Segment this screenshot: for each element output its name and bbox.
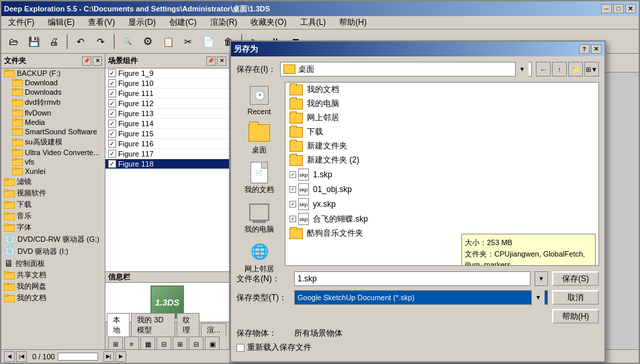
scene-item-9[interactable]: Figure 118 <box>105 159 229 169</box>
toolbar-btn-3[interactable]: 🖨 <box>44 32 63 51</box>
nav-next-button[interactable]: ▶| <box>103 351 114 362</box>
file-item-download[interactable]: 下载 <box>285 125 598 139</box>
filetype-combo-arrow[interactable]: ▼ <box>531 290 545 305</box>
tab-texture[interactable]: 纹理 <box>177 313 199 336</box>
toolbar-btn-2[interactable]: 💾 <box>24 32 43 51</box>
dialog-back-button[interactable]: ← <box>536 62 551 77</box>
toolbar-btn-9[interactable]: ✂ <box>179 32 197 51</box>
scene-item-2[interactable]: Figure 111 <box>105 89 229 99</box>
sidebar-close-button[interactable]: ✕ <box>93 56 102 66</box>
dialog-sidebar-desktop[interactable]: 桌面 <box>239 120 279 158</box>
close-button[interactable]: ✕ <box>625 4 636 13</box>
filetype-select[interactable]: Google SketchUp Document (*.skp) ▼ <box>294 290 548 305</box>
file-item-1skp[interactable]: skp 1.skp <box>285 167 598 182</box>
file-check-3[interactable] <box>289 201 296 208</box>
sidebar-item-xunlei[interactable]: Xunlei <box>1 167 105 176</box>
location-combo-arrow[interactable]: ▼ <box>515 62 529 77</box>
file-item-network[interactable]: 网上邻居 <box>285 111 598 125</box>
sidebar-item-filter[interactable]: 滤镜 <box>1 176 105 187</box>
menu-tools[interactable]: 工具(L) <box>296 15 330 30</box>
maximize-button[interactable]: □ <box>613 4 624 13</box>
sidebar-item-backup[interactable]: BACKUP (F:) <box>1 69 105 78</box>
file-item-newfolder2[interactable]: 新建文件夹 (2) 大小：253 MB 文件夹：CPUjiangwen, Glo… <box>285 153 598 167</box>
menu-view[interactable]: 查看(V) <box>84 15 119 30</box>
toolbar-btn-6[interactable]: 🔍 <box>118 32 137 51</box>
sidebar-item-ultra[interactable]: Ultra Video Converte... <box>1 148 105 157</box>
scene-item-5[interactable]: Figure 114 <box>105 119 229 129</box>
nav-first-button[interactable]: |◀ <box>16 351 27 362</box>
sidebar-item-netdisk[interactable]: 我的网盘 <box>1 281 105 292</box>
save-button[interactable]: 保存(S) <box>552 271 599 286</box>
tab-local[interactable]: 本地 <box>107 313 130 336</box>
sidebar-item-dvd-drive2[interactable]: 💿 DVD 驱动器 (I:) <box>1 245 105 257</box>
reload-label[interactable]: 重新载入保存文件 <box>236 342 312 353</box>
file-check-4[interactable] <box>289 216 296 222</box>
file-check-2[interactable] <box>289 186 296 193</box>
reload-checkbox[interactable] <box>236 344 244 352</box>
sidebar-item-downloads[interactable]: Downloads <box>1 87 105 97</box>
scene-checkbox-4[interactable] <box>108 109 116 118</box>
scene-item-1[interactable]: Figure 110 <box>105 79 229 89</box>
minimize-button[interactable]: ─ <box>601 4 612 13</box>
scene-item-0[interactable]: Figure 1_9 <box>105 69 229 79</box>
scene-item-7[interactable]: Figure 116 <box>105 139 229 149</box>
dialog-up-button[interactable]: ↑ <box>552 62 567 77</box>
scene-pin-button[interactable]: 📌 <box>206 56 216 66</box>
dialog-help-button[interactable]: ? <box>579 44 590 54</box>
sidebar-item-fonts[interactable]: 字体 <box>1 222 105 233</box>
file-item-mypc[interactable]: 我的电脑 <box>285 97 598 111</box>
sidebar-item-music[interactable]: 音乐 <box>1 210 105 222</box>
menu-file[interactable]: 文件(F) <box>4 15 38 30</box>
toolbar-btn-10[interactable]: 📄 <box>199 32 218 51</box>
dialog-sidebar-mydocs[interactable]: 📄 我的文档 <box>239 159 279 197</box>
sidebar-item-media[interactable]: Media <box>1 118 105 127</box>
scene-item-3[interactable]: Figure 112 <box>105 99 229 109</box>
sidebar-pin-button[interactable]: 📌 <box>82 56 91 66</box>
dialog-view-button[interactable]: ⊞▼ <box>584 62 599 77</box>
save-location-combo[interactable]: 桌面 ▼ <box>280 62 532 77</box>
file-item-mydocs[interactable]: 我的文档 <box>285 83 598 97</box>
sidebar-item-smartsound[interactable]: SmartSound Software <box>1 127 105 136</box>
file-check-1[interactable] <box>289 171 296 178</box>
dialog-sidebar-recent[interactable]: 🕐 Recent <box>239 82 279 118</box>
toolbar-btn-4[interactable]: ↶ <box>71 32 90 51</box>
sidebar-item-flvdown[interactable]: flvDown <box>1 108 105 118</box>
toolbar-btn-7[interactable]: ⚙ <box>138 32 157 51</box>
nav-prev-button[interactable]: ◀ <box>4 351 15 362</box>
filename-input[interactable] <box>294 271 531 286</box>
filename-combo-arrow[interactable]: ▼ <box>535 271 548 286</box>
scene-checkbox-5[interactable] <box>108 120 116 128</box>
scene-item-6[interactable]: Figure 115 <box>105 129 229 139</box>
toolbar-btn-5[interactable]: ↷ <box>91 32 110 51</box>
toolbar-btn-8[interactable]: 📋 <box>158 32 177 51</box>
file-item-yx[interactable]: skp yx.skp <box>285 197 598 212</box>
scene-checkbox-0[interactable] <box>108 69 116 77</box>
menu-render[interactable]: 渲染(R) <box>206 15 242 30</box>
scene-checkbox-2[interactable] <box>108 89 116 97</box>
menu-display[interactable]: 显示(D) <box>124 15 160 30</box>
scene-item-8[interactable]: Figure 117 <box>105 149 229 159</box>
tab-render[interactable]: 渲... <box>201 323 226 336</box>
help-button[interactable]: 帮助(H) <box>552 309 599 324</box>
sidebar-item-mydocs[interactable]: 我的文档 <box>1 292 105 304</box>
file-item-newfolder[interactable]: 新建文件夹 <box>285 139 598 153</box>
sidebar-item-dvd-drive[interactable]: 💿 DVD/CD-RW 驱动器 (G:) <box>1 233 105 245</box>
dialog-close-button[interactable]: ✕ <box>591 44 602 54</box>
scene-checkbox-9[interactable] <box>108 160 116 168</box>
scene-checkbox-3[interactable] <box>108 99 116 107</box>
menu-help[interactable]: 帮助(H) <box>335 15 371 30</box>
scene-checkbox-7[interactable] <box>108 140 116 148</box>
sidebar-item-control-panel[interactable]: 🖥 控制面板 <box>1 257 105 269</box>
sidebar-item-shared[interactable]: 共享文档 <box>1 269 105 281</box>
menu-create[interactable]: 创建(C) <box>165 15 201 30</box>
menu-edit[interactable]: 编辑(E) <box>44 15 79 30</box>
file-item-butterfly[interactable]: skp 合飞的蝴蝶.skp <box>285 212 598 226</box>
sidebar-item-vfs[interactable]: vfs <box>1 157 105 167</box>
sidebar-item-download[interactable]: Download <box>1 78 105 87</box>
tab-3dmodels[interactable]: 我的 3D 模型 <box>131 313 175 336</box>
sidebar-item-xiazai[interactable]: 下载 <box>1 199 105 210</box>
nav-last-button[interactable]: ▶ <box>116 351 126 362</box>
dialog-new-folder-button[interactable]: 📁 <box>568 62 583 77</box>
dialog-sidebar-mypc[interactable]: 我的电脑 <box>239 199 279 237</box>
scene-checkbox-6[interactable] <box>108 130 116 138</box>
